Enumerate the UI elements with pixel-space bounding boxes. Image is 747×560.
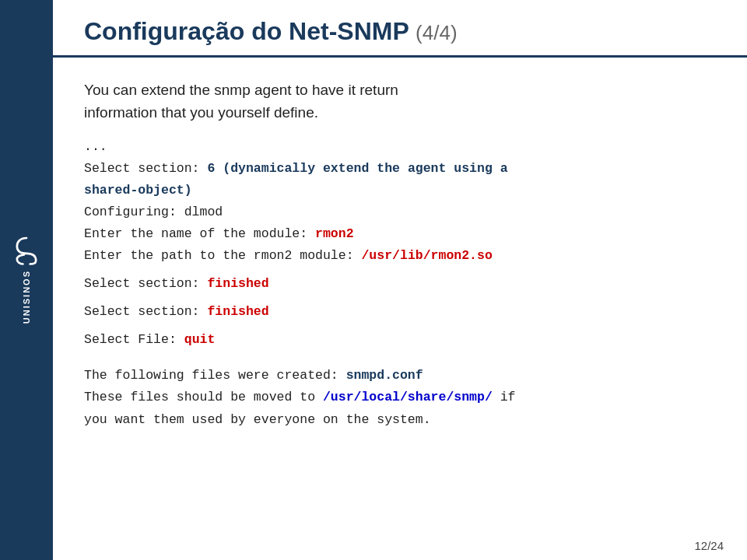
section-6-highlight: 6 (dynamically extend the agent using a <box>207 161 507 176</box>
select-file-line: Select File: quit <box>84 329 716 351</box>
sidebar: UNISINOS <box>0 0 53 560</box>
select-section-line1: Select section: 6 (dynamically extend th… <box>84 158 716 180</box>
enter-name-prefix: Enter the name of the module: <box>84 226 315 241</box>
logo: UNISINOS <box>12 236 41 324</box>
share-path: /usr/local/share/snmp/ <box>323 390 493 404</box>
finished-value2: finished <box>207 304 268 319</box>
snmpd-conf: snmpd.conf <box>346 368 423 383</box>
slide-footer: 12/24 <box>53 531 747 560</box>
page-number: 12/24 <box>694 539 724 552</box>
select-section-label3: Select section: <box>84 304 207 319</box>
title-text: Configuração do Net-SNMP <box>84 17 409 45</box>
everyone-text: you want them used by everyone on the sy… <box>84 412 431 427</box>
select-file-label: Select File: <box>84 332 184 347</box>
configuring-dlmod: Configuring: dlmod <box>84 205 223 219</box>
shared-object-line: shared-object) <box>84 180 716 201</box>
enter-name-line: Enter the name of the module: rmon2 <box>84 223 716 245</box>
select-section-label2: Select section: <box>84 276 207 291</box>
code-block: ... Select section: 6 (dynamically exten… <box>84 136 716 431</box>
page-title: Configuração do Net-SNMP (4/4) <box>84 17 716 46</box>
move-files-line: These files should be moved to /usr/loca… <box>84 387 716 408</box>
slide-content: You can extend the snmp agent to have it… <box>53 58 747 531</box>
ellipsis-line: ... <box>84 136 716 158</box>
move-prefix: These files should be moved to <box>84 390 323 404</box>
everyone-line: you want them used by everyone on the sy… <box>84 409 716 431</box>
slide-header: Configuração do Net-SNMP (4/4) <box>53 0 747 58</box>
shared-object-text: shared-object) <box>84 183 192 198</box>
configuring-line: Configuring: dlmod <box>84 201 716 223</box>
rmon2-name: rmon2 <box>315 226 354 241</box>
quit-value: quit <box>184 332 216 347</box>
ellipsis-text: ... <box>84 139 107 154</box>
created-files-prefix: The following files were created: <box>84 368 346 383</box>
finished-value1: finished <box>207 276 268 291</box>
unisinos-logo-icon <box>12 236 41 265</box>
enter-path-line: Enter the path to the rmon2 module: /usr… <box>84 245 716 267</box>
title-subtitle: (4/4) <box>416 21 457 44</box>
intro-line2: information that you yourself define. <box>84 104 318 121</box>
if-text: if <box>493 390 516 404</box>
created-files-line: The following files were created: snmpd.… <box>84 365 716 387</box>
select-section-label: Select section: <box>84 161 207 176</box>
rmon2-path: /usr/lib/rmon2.so <box>361 248 492 263</box>
enter-path-prefix: Enter the path to the rmon2 module: <box>84 248 361 263</box>
select-finished-2-line: Select section: finished <box>84 301 716 323</box>
unisinos-text: UNISINOS <box>22 270 31 324</box>
intro-line1: You can extend the snmp agent to have it… <box>84 82 398 98</box>
main-area: Configuração do Net-SNMP (4/4) You can e… <box>53 0 747 560</box>
intro-paragraph: You can extend the snmp agent to have it… <box>84 79 716 124</box>
select-finished-1-line: Select section: finished <box>84 273 716 295</box>
